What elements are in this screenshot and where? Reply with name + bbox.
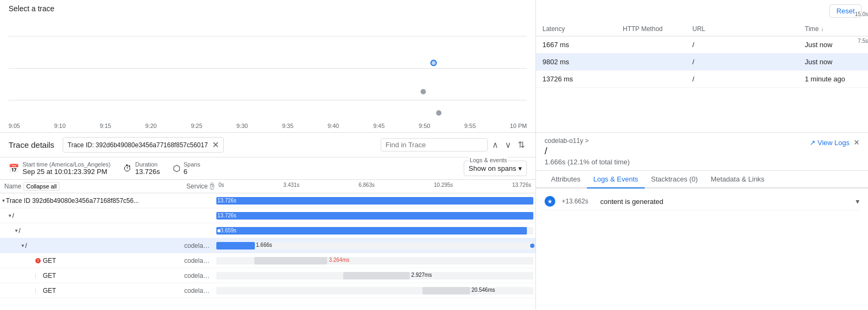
trace-id-close-icon[interactable]: ✕ [212, 140, 219, 150]
table-row[interactable]: 9802 ms / Just now [536, 54, 868, 71]
trace-id-label: Trace ID: 392d6b49080e3456a77168f857c560… [67, 141, 208, 149]
bar-label: 13.726s [216, 213, 237, 218]
detail-content: ★ +13.662s content is generated ▾ [536, 188, 868, 309]
dropdown-arrow-icon: ▾ [518, 164, 522, 172]
spans-list: ▾ Trace ID 392d6b49080e3456a77168f857c56… [0, 193, 535, 309]
meta-bar: 📅 Start time (America/Los_Angeles) Sep 2… [0, 157, 535, 180]
detail-url: / [545, 146, 630, 157]
spans-header: Name Collapse all Service ? 0s 3.431s 6.… [0, 180, 535, 193]
span-row[interactable]: GET codelab-o11y 2.927ms [0, 268, 535, 283]
span-service [182, 199, 214, 203]
span-name: Trace ID 392d6b49080e3456a77168f857c56..… [6, 197, 139, 205]
span-row[interactable]: ▾ Trace ID 392d6b49080e3456a77168f857c56… [0, 193, 535, 208]
error-icon: ! [35, 258, 41, 263]
spans-value: 6 [184, 168, 200, 176]
detail-duration: 1.666s (12.1% of total time) [545, 158, 630, 166]
find-in-trace-input[interactable] [381, 138, 488, 152]
span-service: codelab-o11y [182, 270, 214, 282]
span-row[interactable]: ▾ / 13.726s [0, 208, 535, 223]
span-row[interactable]: GET codelab-o11y 20.546ms [0, 283, 535, 298]
cell-method [616, 71, 686, 87]
y-axis-mid: 7.5s [858, 38, 868, 44]
span-bar: 3.264ms [214, 255, 535, 267]
table-header: Latency HTTP Method URL Time ↓ [536, 22, 868, 36]
event-icon: ★ [545, 196, 555, 207]
bar-label: 20.546ms [472, 287, 495, 293]
cell-latency: 13726 ms [536, 71, 616, 87]
span-name: GET [43, 257, 56, 264]
name-col-label: Name [4, 183, 21, 190]
tab-logs-events[interactable]: Logs & Events [587, 171, 645, 188]
time-axis: 9:05 9:10 9:15 9:20 9:25 9:30 9:35 9:40 … [9, 122, 527, 130]
cell-time: Just now [798, 54, 868, 70]
col-time[interactable]: Time ↓ [798, 22, 868, 36]
expand-icon[interactable]: ▾ [9, 213, 11, 218]
col-method[interactable]: HTTP Method [616, 22, 686, 36]
find-in-trace-wrapper: ∧ ∨ ⇅ [381, 138, 527, 152]
span-service [182, 214, 214, 218]
span-row[interactable]: ▾ / codelab-o11y 1.666s [0, 238, 535, 253]
cell-method [616, 54, 686, 70]
y-axis-top: 15.0s [855, 11, 868, 17]
span-name: / [19, 227, 20, 235]
collapse-all-button[interactable]: Collapse all [24, 182, 59, 191]
logs-events-dropdown[interactable]: Logs & events Show on spans ▾ [464, 161, 527, 176]
span-name: GET [43, 287, 56, 294]
bar-label: 1.666s [256, 242, 272, 248]
cell-method [616, 36, 686, 53]
trace-id-box: Trace ID: 392d6b49080e3456a77168f857c560… [63, 137, 224, 153]
event-row[interactable]: ★ +13.662s content is generated ▾ [545, 193, 859, 210]
table-row[interactable]: 13726 ms / 1 minute ago [536, 71, 868, 88]
cell-latency: 1667 ms [536, 36, 616, 53]
detail-close-icon[interactable]: × [854, 137, 859, 148]
trace-details-title: Trace details [9, 140, 54, 149]
time-markers: 0s 3.431s 6.863s 10.295s 13.726s [218, 182, 531, 188]
span-service [182, 229, 214, 233]
view-logs-button[interactable]: ↗ View Logs [810, 139, 850, 147]
bar-label: 2.927ms [411, 272, 432, 278]
detail-service: codelab-o11y > [545, 137, 630, 145]
col-url[interactable]: URL [686, 22, 798, 36]
logs-dropdown-value: Show on spans [469, 164, 516, 172]
bar-label: 13.726s [216, 198, 237, 203]
span-bar: 1.666s [214, 240, 535, 252]
span-service: codelab-o11y [182, 240, 214, 252]
duration-label: Duration [135, 161, 160, 168]
span-name: GET [43, 272, 56, 279]
find-next-button[interactable]: ∨ [503, 139, 514, 151]
cell-url: / [686, 71, 798, 87]
span-bar: 20.546ms [214, 285, 535, 297]
svg-point-5 [436, 110, 441, 116]
find-prev-button[interactable]: ∧ [490, 139, 501, 151]
span-service: codelab-o11y [182, 285, 214, 297]
expand-icon[interactable]: ▾ [2, 198, 5, 203]
spans-label: Spans [184, 161, 200, 168]
col-latency[interactable]: Latency [536, 22, 616, 36]
span-name: / [12, 212, 14, 220]
select-trace-title: Select a trace [9, 4, 527, 13]
expand-arrow-icon[interactable]: ▾ [856, 197, 859, 206]
tab-metadata-links[interactable]: Metadata & Links [704, 171, 771, 188]
span-bar: 13.726s [214, 195, 535, 207]
duration-value: 13.726s [135, 168, 160, 176]
find-expand-button[interactable]: ⇅ [516, 139, 527, 151]
span-row[interactable]: ! GET codelab-o11y 3.264ms [0, 253, 535, 268]
span-bar: 2.927ms [214, 270, 535, 282]
tab-attributes[interactable]: Attributes [545, 171, 587, 188]
span-bar: 13.726s [214, 210, 535, 222]
detail-tabs: Attributes Logs & Events Stacktraces (0)… [536, 171, 868, 188]
logs-events-label: Logs & events [469, 157, 508, 163]
bar-label: 3.264ms [329, 257, 349, 263]
tab-stacktraces[interactable]: Stacktraces (0) [645, 171, 704, 188]
start-time-value: Sep 25 at 10:01:23.392 PM [22, 168, 110, 176]
cell-url: / [686, 36, 798, 53]
expand-icon[interactable]: ▾ [21, 243, 24, 248]
table-row[interactable]: 1667 ms / Just now [536, 36, 868, 54]
span-service: codelab-o11y [182, 255, 214, 267]
svg-point-3 [420, 89, 426, 94]
span-name: / [25, 242, 27, 249]
service-help-icon[interactable]: ? [210, 183, 214, 190]
expand-icon[interactable]: ▾ [15, 228, 18, 233]
span-row[interactable]: ▾ / 13.659s [0, 223, 535, 238]
span-bar: 13.659s [214, 225, 535, 237]
